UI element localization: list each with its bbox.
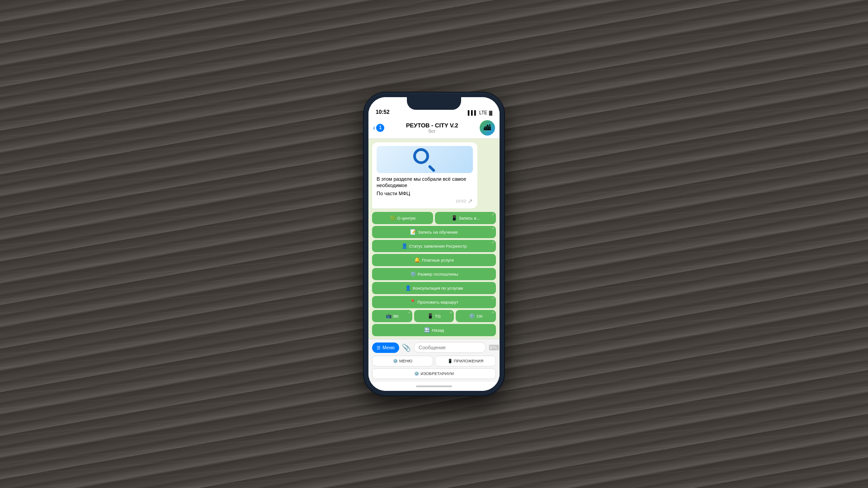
btn-status-rosreestr[interactable]: 👤 Статус заявления Росреестр ↗ xyxy=(372,240,496,252)
menu-label: Меню xyxy=(382,345,395,350)
back-badge: 1 xyxy=(376,124,384,132)
btn-vk[interactable]: 📺 ВК ↗ xyxy=(372,310,412,322)
quick-btn-menu[interactable]: ⚙️ МЕНЮ xyxy=(372,356,433,366)
header-center: РЕУТОВ - CITY V.2 бот xyxy=(388,122,476,134)
button-row-1: 🟢 О центре 📱 Запись в... ↗ xyxy=(372,212,496,224)
back-chevron-icon: ‹ xyxy=(373,124,375,132)
btn-label-2: Запись в... xyxy=(459,216,480,221)
search-graphic xyxy=(413,148,436,171)
button-row-4: 🔔 Платные услуги xyxy=(372,254,496,266)
btn-ok[interactable]: ⚙️ OK ↗ xyxy=(456,310,496,322)
quick-btn-izobretarium[interactable]: ⚙️ ИЗОБРЕТАРИУМ xyxy=(372,368,496,379)
external-icon-6: ↗ xyxy=(449,311,452,314)
phone: 10:52 ▌▌▌ LTE ▓ ‹ 1 РЕУТОВ - CITY V.2 бо… xyxy=(364,93,504,395)
search-circle xyxy=(413,148,429,164)
button-row-8: 📺 ВК ↗ 📱 TG ↗ ⚙️ OK ↗ xyxy=(372,310,496,322)
external-icon-4: ↗ xyxy=(491,297,494,300)
quick-btn-apps[interactable]: 📱 ПРИЛОЖЕНИЯ xyxy=(435,356,496,366)
btn-konsultaciya[interactable]: 👤 Консультация по услугам xyxy=(372,282,496,294)
btn-emoji-3: 📝 xyxy=(410,229,416,235)
button-row-9: 🔙 Назад xyxy=(372,324,496,336)
status-icons: ▌▌▌ LTE ▓ xyxy=(468,110,492,115)
button-row-6: 👤 Консультация по услугам xyxy=(372,282,496,294)
message-text: В этом разделе мы собрали всё самое необ… xyxy=(377,176,473,189)
btn-label-3: Запись на обучение xyxy=(418,230,458,235)
chat-subtitle: бот xyxy=(429,129,436,134)
bot-buttons: 🟢 О центре 📱 Запись в... ↗ 📝 xyxy=(372,212,496,336)
input-row: ☰ Меню 📎 ⌨ 🎤 xyxy=(372,342,496,353)
btn-zapis-obuchenie[interactable]: 📝 Запись на обучение ↗ xyxy=(372,226,496,238)
external-icon-3: ↗ xyxy=(491,241,494,244)
forward-icon: ↗ xyxy=(467,197,473,205)
message-meta: 10:52 ↗ xyxy=(377,197,473,205)
btn-label-5: Платные услуги xyxy=(422,258,453,263)
btn-razmer-gosposhliny[interactable]: ⚙️ Размер госпошлины xyxy=(372,268,496,280)
home-bar xyxy=(416,385,452,387)
btn-label-11: OK xyxy=(476,314,483,319)
phone-outer: 10:52 ▌▌▌ LTE ▓ ‹ 1 РЕУТОВ - CITY V.2 бо… xyxy=(364,93,504,395)
phone-inner: 10:52 ▌▌▌ LTE ▓ ‹ 1 РЕУТОВ - CITY V.2 бо… xyxy=(368,97,500,391)
quick-btn-izob-icon: ⚙️ xyxy=(414,371,419,376)
chat-area: В этом разделе мы собрали всё самое необ… xyxy=(368,139,500,339)
btn-label-4: Статус заявления Росреестр xyxy=(409,244,467,249)
avatar[interactable]: 🏙 xyxy=(480,120,495,136)
message-time: 10:52 xyxy=(456,199,466,203)
attach-icon[interactable]: 📎 xyxy=(402,343,411,352)
btn-emoji-1: 🟢 xyxy=(390,215,396,221)
message-image xyxy=(377,146,473,173)
quick-buttons: ⚙️ МЕНЮ 📱 ПРИЛОЖЕНИЯ xyxy=(372,356,496,366)
btn-emoji-11: ⚙️ xyxy=(469,313,475,319)
btn-label-9: ВК xyxy=(393,314,399,319)
external-icon-1: ↗ xyxy=(491,213,494,216)
external-icon-5: ↗ xyxy=(408,311,410,314)
signal-icon: ▌▌▌ xyxy=(468,110,477,115)
home-indicator xyxy=(368,382,500,391)
btn-platnye-uslugi[interactable]: 🔔 Платные услуги xyxy=(372,254,496,266)
message-bubble: В этом разделе мы собрали всё самое необ… xyxy=(372,142,477,208)
tg-header: ‹ 1 РЕУТОВ - CITY V.2 бот 🏙 xyxy=(368,117,500,139)
keyboard-icon[interactable]: ⌨ xyxy=(489,343,499,352)
network-label: LTE xyxy=(479,110,487,115)
message-input[interactable] xyxy=(414,342,486,353)
btn-label-1: О центре xyxy=(397,216,416,221)
quick-btn-izob-label: ИЗОБРЕТАРИУМ xyxy=(420,371,454,376)
status-time: 10:52 xyxy=(376,109,390,115)
quick-btn-menu-label: МЕНЮ xyxy=(399,359,412,363)
menu-icon: ☰ xyxy=(377,345,381,350)
search-handle xyxy=(428,165,436,173)
btn-zapis-v[interactable]: 📱 Запись в... ↗ xyxy=(435,212,496,224)
external-icon-7: ↗ xyxy=(491,311,494,314)
btn-label-12: Назад xyxy=(432,328,444,333)
battery-icon: ▓ xyxy=(489,110,492,115)
btn-label-8: Проложить маршрут xyxy=(417,300,458,305)
btn-label-7: Консультация по услугам xyxy=(413,286,463,291)
btn-emoji-2: 📱 xyxy=(451,215,458,221)
external-icon-2: ↗ xyxy=(491,227,494,230)
btn-label-6: Размер госпошлины xyxy=(418,272,458,277)
back-button[interactable]: ‹ 1 xyxy=(373,124,384,132)
btn-emoji-10: 📱 xyxy=(427,313,434,319)
btn-nazad[interactable]: 🔙 Назад xyxy=(372,324,496,336)
quick-btn-apps-label: ПРИЛОЖЕНИЯ xyxy=(454,359,483,363)
btn-emoji-7: 👤 xyxy=(405,285,411,291)
btn-marshrut[interactable]: 📍 Проложить маршрут ↗ xyxy=(372,296,496,308)
message-subtext: По части МФЦ xyxy=(377,190,473,197)
input-area: ☰ Меню 📎 ⌨ 🎤 ⚙️ МЕНЮ 📱 ПРИЛОЖЕНИЯ xyxy=(368,339,500,382)
btn-label-10: TG xyxy=(435,314,441,319)
btn-tg[interactable]: 📱 TG ↗ xyxy=(414,310,454,322)
avatar-emoji: 🏙 xyxy=(484,124,491,132)
button-row-2: 📝 Запись на обучение ↗ xyxy=(372,226,496,238)
btn-o-centre[interactable]: 🟢 О центре xyxy=(372,212,433,224)
quick-btn-menu-icon: ⚙️ xyxy=(393,359,398,363)
btn-emoji-4: 👤 xyxy=(401,243,408,249)
btn-emoji-8: 📍 xyxy=(410,299,416,305)
btn-emoji-12: 🔙 xyxy=(424,327,430,333)
chat-title: РЕУТОВ - CITY V.2 xyxy=(406,122,458,129)
button-row-3: 👤 Статус заявления Росреестр ↗ xyxy=(372,240,496,252)
quick-btn-apps-icon: 📱 xyxy=(448,359,453,363)
notch xyxy=(407,97,461,110)
menu-button[interactable]: ☰ Меню xyxy=(372,343,399,353)
btn-emoji-6: ⚙️ xyxy=(410,271,416,277)
btn-emoji-5: 🔔 xyxy=(414,257,420,263)
button-row-7: 📍 Проложить маршрут ↗ xyxy=(372,296,496,308)
